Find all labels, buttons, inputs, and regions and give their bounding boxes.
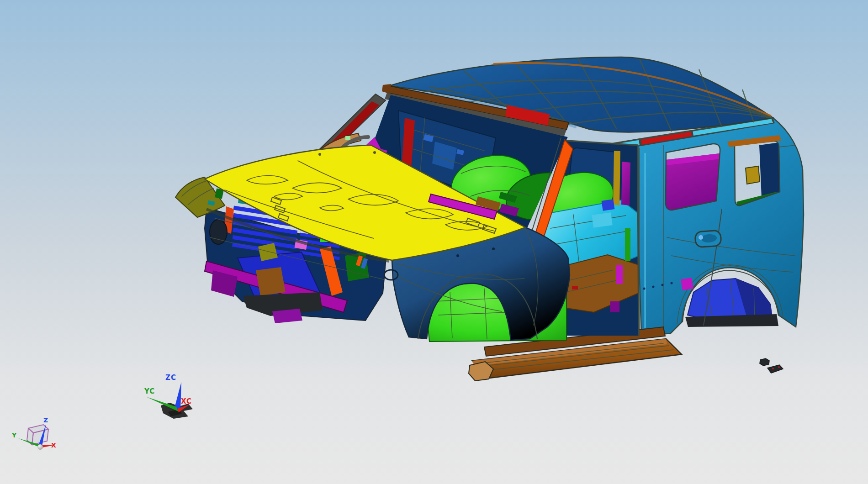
abs-z-label: Z bbox=[43, 416, 48, 424]
abs-x-label: X bbox=[51, 442, 56, 449]
chip-magenta-b[interactable] bbox=[616, 265, 623, 284]
abs-y-label: Y bbox=[11, 431, 17, 439]
chip-purple-b[interactable] bbox=[610, 301, 619, 312]
quarter-window-bracket-gold[interactable] bbox=[746, 166, 760, 184]
chip-green-b[interactable] bbox=[625, 228, 630, 261]
chip-ltgreen bbox=[345, 136, 350, 140]
b-pillar-gold-strip[interactable] bbox=[613, 151, 620, 205]
chip-royal[interactable] bbox=[602, 199, 615, 210]
fascia-brown-bracket[interactable] bbox=[256, 267, 286, 296]
hood-bolt bbox=[373, 151, 376, 154]
fender-bolt bbox=[456, 254, 459, 257]
small-part-cube[interactable] bbox=[760, 358, 769, 366]
bracket-dot bbox=[778, 366, 780, 368]
chip-ltcyan[interactable] bbox=[592, 212, 612, 228]
bracket-dot bbox=[772, 368, 774, 369]
fender-bolt bbox=[492, 247, 495, 250]
handle-lock-glint bbox=[699, 235, 703, 240]
floor-chip-red2 bbox=[572, 286, 578, 289]
wcs-xc-label: XC bbox=[181, 397, 192, 405]
wcs-yc-label: YC bbox=[144, 387, 155, 395]
hood-bolt bbox=[318, 153, 321, 156]
cad-viewport[interactable]: ZC YC XC Z Y X bbox=[0, 0, 868, 484]
rear-door-handle-recess[interactable] bbox=[695, 230, 721, 247]
abs-origin-sphere[interactable] bbox=[37, 444, 43, 450]
wcs-zc-label: ZC bbox=[165, 374, 176, 382]
b-pillar-purple-trim[interactable] bbox=[621, 162, 630, 205]
